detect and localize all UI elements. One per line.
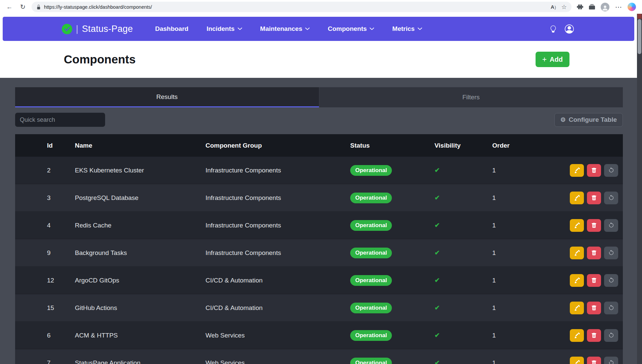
column-header-name: Name: [71, 142, 201, 149]
delete-button[interactable]: [587, 357, 601, 364]
edit-button[interactable]: [570, 329, 584, 342]
status-badge: Operational: [350, 303, 392, 313]
configure-table-button[interactable]: ⚙ Configure Table: [554, 113, 623, 127]
chevron-down-icon: [305, 28, 310, 30]
history-icon: [608, 195, 614, 201]
history-button[interactable]: [604, 274, 618, 287]
gear-icon: ⚙: [560, 116, 566, 123]
pencil-icon: [574, 167, 580, 173]
history-button[interactable]: [604, 192, 618, 204]
nav-metrics[interactable]: Metrics: [392, 25, 422, 33]
history-button[interactable]: [604, 247, 618, 259]
more-menu-icon[interactable]: ⋯: [615, 3, 622, 11]
delete-button[interactable]: [587, 247, 601, 259]
edit-button[interactable]: [570, 274, 584, 287]
history-button[interactable]: [604, 357, 618, 364]
pencil-icon: [574, 250, 580, 256]
delete-button[interactable]: [587, 219, 601, 232]
cell-name: GitHub Actions: [71, 304, 201, 312]
cell-name: ArgoCD GitOps: [71, 277, 201, 284]
copilot-icon[interactable]: [628, 3, 636, 11]
history-button[interactable]: [604, 329, 618, 342]
edit-button[interactable]: [570, 219, 584, 232]
edit-button[interactable]: [570, 302, 584, 314]
brand-name: Status-Page: [82, 24, 133, 34]
delete-button[interactable]: [587, 302, 601, 314]
cell-name: Background Tasks: [71, 249, 201, 257]
scrollbar-top-marker: [637, 14, 642, 19]
trash-icon: [591, 195, 597, 201]
delete-button[interactable]: [587, 164, 601, 177]
delete-button[interactable]: [587, 329, 601, 342]
history-icon: [608, 360, 614, 364]
table-row: 4 Redis Cache Infrastructure Components …: [15, 212, 623, 239]
tab-filters[interactable]: Filters: [319, 87, 623, 107]
nav-components[interactable]: Components: [328, 25, 374, 33]
extensions-icon[interactable]: [577, 4, 583, 10]
delete-button[interactable]: [587, 192, 601, 204]
scrollbar-track[interactable]: [637, 14, 642, 364]
cell-id: 12: [39, 277, 71, 284]
add-button[interactable]: + Add: [536, 52, 569, 67]
plus-icon: +: [542, 56, 547, 63]
quick-search-input[interactable]: [15, 113, 105, 127]
pencil-icon: [574, 277, 580, 283]
cell-component-group: CI/CD & Automation: [201, 304, 346, 312]
trash-icon: [591, 168, 597, 173]
edit-button[interactable]: [570, 357, 584, 364]
nav-incidents[interactable]: Incidents: [207, 25, 242, 33]
pencil-icon: [574, 360, 580, 364]
refresh-icon[interactable]: ↻: [18, 2, 28, 12]
logo-check-icon: [62, 24, 72, 34]
edit-button[interactable]: [570, 164, 584, 177]
delete-button[interactable]: [587, 274, 601, 287]
status-badge: Operational: [350, 330, 392, 341]
account-icon[interactable]: [565, 24, 574, 34]
status-badge: Operational: [350, 165, 392, 176]
address-bar[interactable]: https://ly-statuspage.click/dashboard/co…: [32, 2, 571, 12]
trash-icon: [591, 333, 597, 338]
visibility-check-icon: ✔: [434, 277, 440, 284]
history-button[interactable]: [604, 302, 618, 314]
column-header-group: Component Group: [201, 142, 346, 149]
visibility-check-icon: ✔: [434, 332, 440, 339]
read-aloud-icon[interactable]: A): [551, 4, 556, 10]
back-icon[interactable]: ←: [5, 2, 14, 12]
cell-component-group: Web Services: [201, 332, 346, 339]
chevron-down-icon: [238, 28, 242, 30]
table-row: 6 ACM & HTTPS Web Services Operational ✔…: [15, 322, 623, 349]
visibility-check-icon: ✔: [434, 304, 440, 311]
visibility-check-icon: ✔: [434, 194, 440, 201]
cell-id: 2: [39, 167, 71, 174]
scrollbar-thumb[interactable]: [638, 19, 641, 54]
pencil-icon: [574, 332, 580, 338]
table-row: 7 StatusPage Application Web Services Op…: [15, 349, 623, 364]
edit-button[interactable]: [570, 192, 584, 204]
cell-id: 4: [39, 222, 71, 229]
edit-button[interactable]: [570, 247, 584, 259]
table-body: 2 EKS Kubernetes Cluster Infrastructure …: [15, 157, 623, 364]
page-title: Components: [64, 53, 136, 66]
theme-toggle-bulb-icon[interactable]: [550, 25, 557, 33]
history-button[interactable]: [604, 164, 618, 177]
column-header-order: Order: [489, 142, 569, 149]
brand[interactable]: | Status-Page: [62, 24, 133, 34]
table-row: 15 GitHub Actions CI/CD & Automation Ope…: [15, 294, 623, 322]
tab-bar: Results Filters: [15, 87, 623, 107]
table-header-row: Id Name Component Group Status Visibilit…: [15, 134, 623, 157]
page-header: Components + Add: [0, 41, 637, 78]
tab-results[interactable]: Results: [15, 87, 319, 107]
trash-icon: [591, 278, 597, 283]
profile-avatar[interactable]: [601, 3, 609, 11]
history-icon: [608, 250, 614, 256]
nav-dashboard[interactable]: Dashboard: [155, 25, 188, 33]
favorites-star-icon[interactable]: ☆: [561, 3, 567, 11]
collections-icon[interactable]: [589, 4, 595, 10]
history-button[interactable]: [604, 219, 618, 232]
site-info-lock-icon[interactable]: [36, 5, 41, 9]
cell-id: 3: [39, 194, 71, 202]
nav-maintenances[interactable]: Maintenances: [260, 25, 310, 33]
table-row: 12 ArgoCD GitOps CI/CD & Automation Oper…: [15, 267, 623, 294]
page: | Status-Page Dashboard Incidents Mainte…: [0, 14, 637, 364]
browser-chrome: ← ↻ https://ly-statuspage.click/dashboar…: [0, 0, 642, 14]
